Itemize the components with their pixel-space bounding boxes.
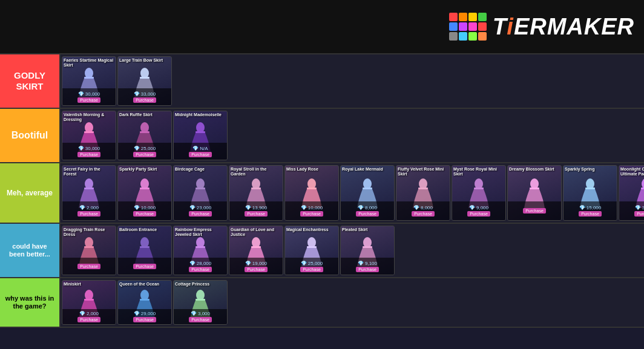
purchase-button[interactable]: Purchase (245, 267, 268, 272)
item-footer: 💎8,000Purchase (341, 201, 394, 221)
purchase-button[interactable]: Purchase (356, 211, 379, 217)
item-price: 💎10,000 (134, 205, 156, 210)
list-item[interactable]: Royal Lake Mermaid 💎8,000Purchase (340, 165, 395, 221)
purchase-button[interactable]: Purchase (77, 97, 100, 103)
tier-items-meh: Secret Fairy in the Forest 💎2,000Purchas… (61, 163, 644, 223)
svg-rect-61 (307, 246, 317, 248)
purchase-button[interactable]: Purchase (523, 208, 546, 214)
item-title: Dreamy Blossom Skirt (509, 167, 560, 172)
purchase-button[interactable]: Purchase (77, 317, 100, 322)
svg-rect-73 (196, 299, 205, 301)
list-item[interactable]: Dark Ruffle Skirt 💎25,000Purchase (117, 111, 172, 160)
purchase-button[interactable]: Purchase (412, 211, 435, 217)
logo-text: TiERMAKER (493, 14, 634, 40)
purchase-button[interactable]: Purchase (133, 317, 156, 322)
purchase-button[interactable]: Purchase (77, 264, 100, 269)
purchase-button[interactable]: Purchase (189, 211, 212, 217)
item-footer: 💎30,000Purchase (62, 143, 116, 160)
purchase-button[interactable]: Purchase (634, 211, 644, 217)
item-price: 💎30,000 (78, 146, 100, 151)
list-item[interactable]: Secret Fairy in the Forest 💎2,000Purchas… (62, 165, 116, 221)
purchase-button[interactable]: Purchase (579, 211, 602, 217)
tier-items-could: Dragging Train Rose Dress PurchaseBallro… (61, 224, 644, 277)
list-item[interactable]: Magical Enchantress 💎25,000Purchase (284, 226, 339, 275)
item-price: 💎25,000 (134, 146, 156, 151)
item-footer: 💎33,000Purchase (118, 88, 171, 105)
list-item[interactable]: Midnight Mademoiselle 💎N/APurchase (173, 111, 228, 160)
list-item[interactable]: Rainbow Empress Jeweled Skirt 💎28,000Pur… (173, 226, 228, 275)
list-item[interactable]: Dragging Train Rose Dress Purchase (62, 226, 116, 275)
item-title: Midnight Mademoiselle (175, 113, 226, 117)
svg-rect-1 (84, 77, 94, 79)
item-price: 💎25,000 (301, 261, 323, 266)
svg-rect-58 (251, 246, 261, 248)
purchase-button[interactable]: Purchase (133, 264, 156, 269)
purchase-button[interactable]: Purchase (189, 317, 212, 322)
item-footer: Purchase (118, 258, 171, 275)
item-title: Sparkly Party Skirt (119, 167, 170, 172)
item-price: 💎15,000 (579, 205, 601, 210)
item-price: 💎8,000 (413, 205, 433, 210)
item-footer: 💎N/APurchase (174, 143, 227, 160)
tier-label-could: could have been better... (0, 224, 61, 277)
item-footer: 💎15,000Purchase (564, 201, 617, 221)
list-item[interactable]: Birdcage Cage 💎23,000Purchase (173, 165, 228, 221)
item-price: 💎8,000 (358, 205, 377, 210)
item-title: Cottage Princess (175, 282, 226, 287)
item-footer: 💎25,000Purchase (118, 143, 171, 160)
svg-rect-37 (474, 188, 484, 189)
svg-rect-22 (196, 188, 205, 189)
tier-row-bootiful: BootifulValentish Morning & Dressing 💎30… (0, 109, 644, 163)
list-item[interactable]: Sparkly Spring 💎15,000Purchase (563, 165, 617, 221)
list-item[interactable]: Cottage Princess 💎3,000Purchase (173, 280, 228, 325)
purchase-button[interactable]: Purchase (189, 267, 212, 272)
svg-rect-16 (84, 188, 94, 189)
list-item[interactable]: Miniskirt 💎2,000Purchase (62, 280, 116, 325)
list-item[interactable]: Sparkly Party Skirt 💎10,000Purchase (117, 165, 172, 221)
purchase-button[interactable]: Purchase (300, 211, 323, 217)
item-footer: 💎9,100Purchase (341, 258, 394, 275)
item-title: Magical Enchantress (286, 227, 337, 232)
purchase-button[interactable]: Purchase (133, 211, 156, 217)
item-price: 💎10,000 (301, 205, 323, 210)
list-item[interactable]: Faeries Startime Magical Skirt 💎30,000Pu… (62, 56, 116, 106)
list-item[interactable]: Valentish Morning & Dressing 💎30,000Purc… (62, 111, 116, 160)
purchase-button[interactable]: Purchase (133, 97, 156, 103)
svg-rect-25 (251, 188, 261, 189)
purchase-button[interactable]: Purchase (245, 211, 268, 217)
svg-rect-49 (84, 246, 94, 248)
list-item[interactable]: Miss Lady Rose 💎10,000Purchase (284, 165, 339, 221)
list-item[interactable]: Royal Stroll in the Garden 💎13,900Purcha… (229, 165, 283, 221)
tier-row-why: why was this in the game?Miniskirt 💎2,00… (0, 278, 644, 328)
item-footer: 💎25,000Purchase (285, 258, 338, 275)
list-item[interactable]: Myst Rose Royal Mini Skirt 💎9,000Purchas… (452, 165, 506, 221)
item-footer: Purchase (508, 201, 561, 221)
header: TiERMAKER (0, 0, 644, 54)
svg-rect-10 (140, 131, 150, 133)
item-price: 💎30,000 (78, 91, 100, 97)
purchase-button[interactable]: Purchase (189, 152, 212, 157)
list-item[interactable]: Pleated Skirt 💎9,100Purchase (340, 226, 395, 275)
item-price: 💎28,000 (189, 261, 211, 266)
svg-rect-4 (140, 77, 150, 79)
purchase-button[interactable]: Purchase (300, 267, 323, 272)
svg-rect-52 (140, 246, 150, 248)
svg-rect-46 (641, 188, 644, 189)
purchase-button[interactable]: Purchase (356, 267, 379, 272)
list-item[interactable]: Ballroom Entrance Purchase (117, 226, 172, 275)
list-item[interactable]: Dreamy Blossom Skirt Purchase (507, 165, 562, 221)
list-item[interactable]: Large Train Bow Skirt 💎33,000Purchase (117, 56, 172, 106)
tier-items-bootiful: Valentish Morning & Dressing 💎30,000Purc… (61, 109, 644, 162)
purchase-button[interactable]: Purchase (77, 152, 100, 157)
list-item[interactable]: Queen of the Ocean 💎29,000Purchase (117, 280, 172, 325)
list-item[interactable]: Guardian of Love and Justice 💎19,000Purc… (229, 226, 283, 275)
list-item[interactable]: Moonlight Goddess Ultimate Pack 💎36,000P… (619, 165, 644, 221)
purchase-button[interactable]: Purchase (133, 152, 156, 157)
tier-items-why: Miniskirt 💎2,000PurchaseQueen of the Oce… (61, 278, 644, 327)
svg-rect-67 (84, 299, 94, 301)
svg-rect-28 (307, 188, 317, 189)
item-footer: 💎10,000Purchase (118, 201, 171, 221)
list-item[interactable]: Fluffy Velvet Rose Mini Skirt 💎8,000Purc… (396, 165, 450, 221)
purchase-button[interactable]: Purchase (467, 211, 490, 217)
purchase-button[interactable]: Purchase (77, 211, 100, 217)
